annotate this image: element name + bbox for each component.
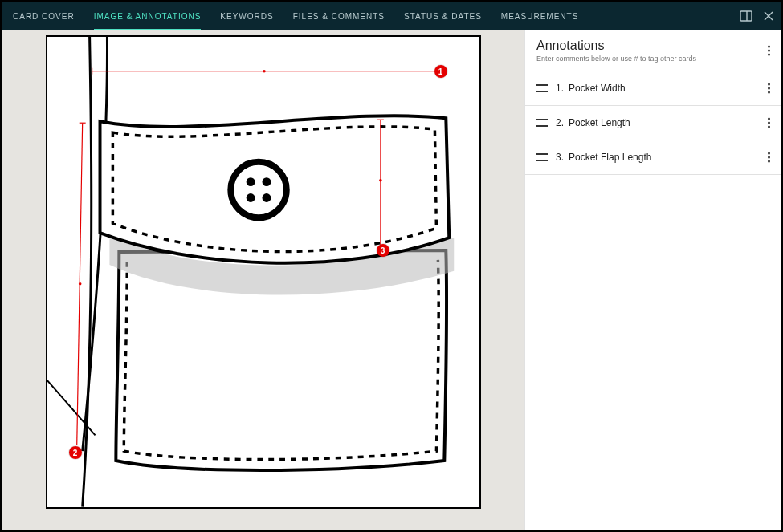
svg-point-11 (263, 70, 266, 73)
annotation-label: Pocket Width (569, 83, 626, 94)
svg-point-7 (246, 193, 255, 202)
content-area: 1 2 3 Annotations Enter comments below o… (2, 30, 781, 530)
close-icon[interactable] (764, 11, 773, 21)
annotation-marker-3[interactable]: 3 (377, 244, 389, 257)
svg-point-14 (78, 282, 81, 286)
svg-rect-0 (740, 11, 752, 21)
row-menu-icon[interactable] (765, 113, 773, 133)
panel-toggle-icon[interactable] (740, 10, 752, 22)
drag-handle-icon[interactable] (536, 119, 548, 127)
pocket-illustration (47, 37, 479, 507)
annotations-header: Annotations Enter comments below or use … (525, 30, 781, 71)
topbar: CARD COVER IMAGE & ANNOTATIONS KEYWORDS … (2, 2, 781, 30)
annotation-row[interactable]: 2. Pocket Length (525, 106, 781, 140)
annotation-marker-1[interactable]: 1 (434, 65, 447, 78)
tab-measurements[interactable]: MEASUREMENTS (501, 2, 578, 30)
row-menu-icon[interactable] (765, 79, 773, 99)
annotation-label: Pocket Length (569, 117, 630, 128)
svg-point-17 (379, 179, 382, 182)
annotation-row[interactable]: 3. Pocket Flap Length (525, 140, 781, 175)
tab-status-dates[interactable]: STATUS & DATES (404, 2, 482, 30)
annotation-label: Pocket Flap Length (569, 152, 651, 163)
canvas-wrap: 1 2 3 (2, 30, 524, 530)
tab-keywords[interactable]: KEYWORDS (220, 2, 273, 30)
tab-image-annotations[interactable]: IMAGE & ANNOTATIONS (94, 2, 202, 30)
row-menu-icon[interactable] (765, 148, 773, 168)
topbar-actions (740, 2, 773, 30)
tab-card-cover[interactable]: CARD COVER (13, 2, 75, 30)
tab-files-comments[interactable]: FILES & COMMENTS (293, 2, 385, 30)
svg-point-8 (262, 193, 271, 202)
annotations-title: Annotations (536, 39, 770, 53)
annotations-subtitle: Enter comments below or use # to tag oth… (536, 55, 770, 63)
svg-point-4 (230, 162, 286, 217)
annotation-number: 2. (556, 117, 564, 128)
annotation-marker-2[interactable]: 2 (69, 446, 82, 459)
svg-point-6 (262, 177, 271, 186)
annotation-row[interactable]: 1. Pocket Width (525, 71, 781, 106)
annotations-panel: Annotations Enter comments below or use … (524, 30, 781, 530)
drag-handle-icon[interactable] (536, 153, 548, 161)
annotations-menu-icon[interactable] (765, 41, 773, 61)
annotation-number: 3. (556, 152, 564, 163)
image-canvas[interactable]: 1 2 3 (46, 35, 481, 509)
drag-handle-icon[interactable] (536, 84, 548, 92)
svg-point-5 (246, 177, 255, 186)
annotation-number: 1. (556, 83, 564, 94)
